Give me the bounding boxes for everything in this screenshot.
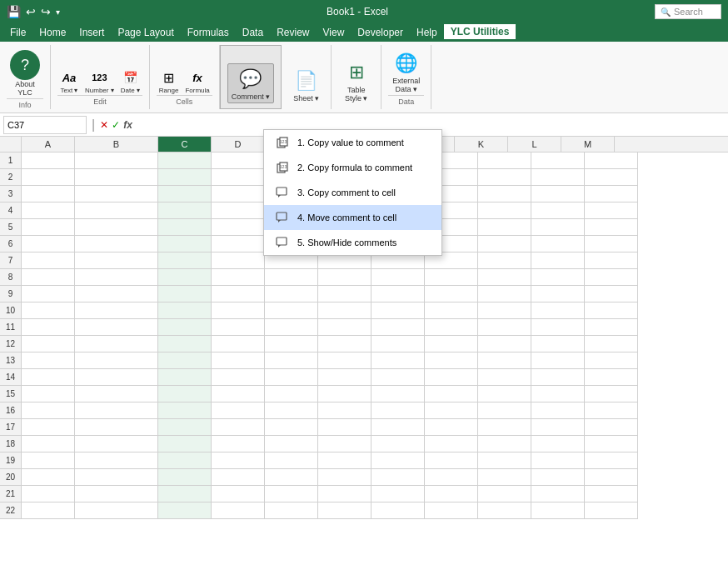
- cell-B14[interactable]: [75, 369, 158, 386]
- cell-C18[interactable]: [158, 436, 212, 452]
- about-ylc-button[interactable]: ? AboutYLC: [7, 48, 43, 98]
- cell-C9[interactable]: [158, 286, 212, 302]
- sheet-button[interactable]: 📄 Sheet ▾: [290, 66, 323, 104]
- cell-B3[interactable]: [75, 186, 158, 202]
- cell-I20[interactable]: [371, 469, 425, 486]
- cell-G20[interactable]: [265, 469, 318, 486]
- cell-L5[interactable]: [531, 219, 585, 236]
- row-num-8[interactable]: 8: [0, 269, 21, 286]
- cell-J20[interactable]: [425, 469, 478, 486]
- col-header-d[interactable]: D: [212, 137, 265, 152]
- row-num-17[interactable]: 17: [0, 419, 21, 436]
- cell-K12[interactable]: [478, 336, 531, 352]
- cell-D13[interactable]: [212, 352, 265, 369]
- cell-L2[interactable]: [531, 169, 585, 186]
- row-num-19[interactable]: 19: [0, 452, 21, 469]
- row-num-15[interactable]: 15: [0, 386, 21, 402]
- cell-A3[interactable]: [22, 186, 75, 202]
- cell-G19[interactable]: [265, 452, 318, 469]
- cell-J9[interactable]: [425, 286, 478, 302]
- cell-A8[interactable]: [22, 269, 75, 286]
- cell-I13[interactable]: [371, 352, 425, 369]
- cell-C4[interactable]: [158, 202, 212, 219]
- row-num-5[interactable]: 5: [0, 219, 21, 236]
- cell-B19[interactable]: [75, 452, 158, 469]
- col-header-m[interactable]: M: [561, 137, 615, 152]
- cell-A6[interactable]: [22, 236, 75, 252]
- cell-A2[interactable]: [22, 169, 75, 186]
- cell-L10[interactable]: [531, 302, 585, 319]
- cell-B21[interactable]: [75, 486, 158, 502]
- menu-item-insert[interactable]: Insert: [72, 25, 111, 40]
- cell-I10[interactable]: [371, 302, 425, 319]
- menu-item-home[interactable]: Home: [32, 25, 72, 40]
- cell-H16[interactable]: [318, 402, 371, 419]
- cell-K2[interactable]: [478, 169, 531, 186]
- row-num-11[interactable]: 11: [0, 319, 21, 336]
- cell-M1[interactable]: [585, 152, 638, 169]
- cell-D15[interactable]: [212, 386, 265, 402]
- menu-item-formulas[interactable]: Formulas: [181, 25, 236, 40]
- cell-L1[interactable]: [531, 152, 585, 169]
- cell-A9[interactable]: [22, 286, 75, 302]
- cell-I22[interactable]: [371, 502, 425, 519]
- menu-item-developer[interactable]: Developer: [351, 25, 410, 40]
- cell-L17[interactable]: [531, 419, 585, 436]
- cell-B4[interactable]: [75, 202, 158, 219]
- cell-M4[interactable]: [585, 202, 638, 219]
- cell-G9[interactable]: [265, 286, 318, 302]
- cell-A12[interactable]: [22, 336, 75, 352]
- cell-H22[interactable]: [318, 502, 371, 519]
- cell-C22[interactable]: [158, 502, 212, 519]
- cell-L13[interactable]: [531, 352, 585, 369]
- cell-L7[interactable]: [531, 252, 585, 269]
- cell-D7[interactable]: [212, 252, 265, 269]
- cell-C10[interactable]: [158, 302, 212, 319]
- cell-K6[interactable]: [478, 236, 531, 252]
- cell-M13[interactable]: [585, 352, 638, 369]
- cell-I16[interactable]: [371, 402, 425, 419]
- cell-A22[interactable]: [22, 502, 75, 519]
- cell-A21[interactable]: [22, 486, 75, 502]
- cell-J15[interactable]: [425, 386, 478, 402]
- cell-C19[interactable]: [158, 452, 212, 469]
- cell-G18[interactable]: [265, 436, 318, 452]
- cell-A19[interactable]: [22, 452, 75, 469]
- cell-D3[interactable]: [212, 186, 265, 202]
- fx-button[interactable]: fx: [123, 119, 132, 131]
- cell-K7[interactable]: [478, 252, 531, 269]
- cell-M2[interactable]: [585, 169, 638, 186]
- cell-H10[interactable]: [318, 302, 371, 319]
- col-header-b[interactable]: B: [75, 137, 158, 152]
- cell-A13[interactable]: [22, 352, 75, 369]
- cell-K5[interactable]: [478, 219, 531, 236]
- col-header-c[interactable]: C: [158, 137, 212, 152]
- name-box[interactable]: C37: [3, 116, 87, 134]
- cell-A7[interactable]: [22, 252, 75, 269]
- cell-I8[interactable]: [371, 269, 425, 286]
- cell-G13[interactable]: [265, 352, 318, 369]
- cell-C11[interactable]: [158, 319, 212, 336]
- cell-B16[interactable]: [75, 402, 158, 419]
- cell-H20[interactable]: [318, 469, 371, 486]
- cell-J17[interactable]: [425, 419, 478, 436]
- cell-H21[interactable]: [318, 486, 371, 502]
- row-num-20[interactable]: 20: [0, 469, 21, 486]
- cell-K4[interactable]: [478, 202, 531, 219]
- cell-D5[interactable]: [212, 219, 265, 236]
- cell-B11[interactable]: [75, 319, 158, 336]
- menu-item-page-layout[interactable]: Page Layout: [111, 25, 180, 40]
- cell-M9[interactable]: [585, 286, 638, 302]
- cell-M17[interactable]: [585, 419, 638, 436]
- cell-B20[interactable]: [75, 469, 158, 486]
- cell-D11[interactable]: [212, 319, 265, 336]
- cell-L20[interactable]: [531, 469, 585, 486]
- cell-M5[interactable]: [585, 219, 638, 236]
- cell-B12[interactable]: [75, 336, 158, 352]
- cell-B5[interactable]: [75, 219, 158, 236]
- cell-L18[interactable]: [531, 436, 585, 452]
- row-num-21[interactable]: 21: [0, 486, 21, 502]
- confirm-button[interactable]: ✓: [112, 119, 120, 131]
- cell-K3[interactable]: [478, 186, 531, 202]
- menu-item-view[interactable]: View: [317, 25, 352, 40]
